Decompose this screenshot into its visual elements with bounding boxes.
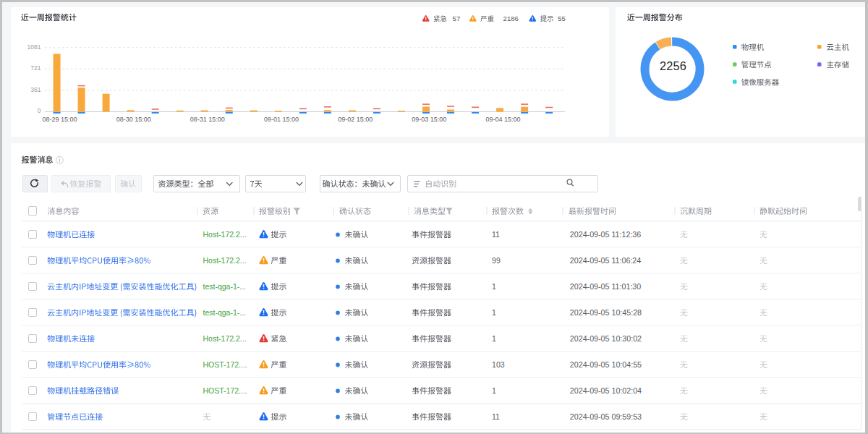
svg-text:1: 1 <box>492 386 496 395</box>
svg-text:2256: 2256 <box>660 59 686 72</box>
svg-text:08-29 15:00: 08-29 15:00 <box>42 116 77 123</box>
svg-text:2024-09-05 11:06:24: 2024-09-05 11:06:24 <box>570 256 642 265</box>
svg-text:Host-172.2...: Host-172.2... <box>203 334 247 343</box>
svg-text:99: 99 <box>492 256 501 265</box>
svg-text:0: 0 <box>38 107 41 114</box>
svg-text:2024-09-05 10:02:04: 2024-09-05 10:02:04 <box>570 386 642 395</box>
svg-text:1: 1 <box>492 334 496 343</box>
svg-text:103: 103 <box>492 360 505 369</box>
svg-text:08-30 15:00: 08-30 15:00 <box>116 116 151 123</box>
svg-text:2024-09-05 10:30:02: 2024-09-05 10:30:02 <box>570 334 642 343</box>
svg-text:09-04 15:00: 09-04 15:00 <box>485 116 520 123</box>
svg-text:2024-09-05 11:12:36: 2024-09-05 11:12:36 <box>570 230 642 239</box>
svg-text:57: 57 <box>453 14 461 22</box>
svg-text:test-qga-1-...: test-qga-1-... <box>203 282 247 291</box>
svg-text:11: 11 <box>492 230 500 239</box>
svg-text:HOST-172....: HOST-172.... <box>203 386 247 395</box>
svg-text:09-01 15:00: 09-01 15:00 <box>264 116 299 123</box>
svg-text:1081: 1081 <box>27 43 41 51</box>
svg-text:HOST-172....: HOST-172.... <box>203 360 247 369</box>
svg-text:1: 1 <box>492 282 496 291</box>
svg-text:09-03 15:00: 09-03 15:00 <box>412 116 446 123</box>
svg-text:55: 55 <box>558 14 566 22</box>
svg-text:test-qga-1-...: test-qga-1-... <box>203 308 247 317</box>
svg-text:2024-09-05 10:04:55: 2024-09-05 10:04:55 <box>570 360 642 369</box>
svg-text:11: 11 <box>492 412 500 421</box>
svg-text:09-02 15:00: 09-02 15:00 <box>338 116 373 123</box>
svg-text:2024-09-05 10:45:28: 2024-09-05 10:45:28 <box>570 308 642 317</box>
svg-text:1: 1 <box>492 308 496 317</box>
svg-text:2186: 2186 <box>503 14 519 22</box>
svg-text:2024-09-05 11:01:30: 2024-09-05 11:01:30 <box>570 282 642 291</box>
svg-text:Host-172.2...: Host-172.2... <box>203 230 247 239</box>
svg-text:Host-172.2...: Host-172.2... <box>203 256 247 265</box>
svg-text:361: 361 <box>30 86 41 93</box>
svg-text:721: 721 <box>30 64 41 72</box>
svg-text:08-31 15:00: 08-31 15:00 <box>190 116 225 123</box>
svg-text:2024-09-05 09:59:53: 2024-09-05 09:59:53 <box>570 412 642 421</box>
